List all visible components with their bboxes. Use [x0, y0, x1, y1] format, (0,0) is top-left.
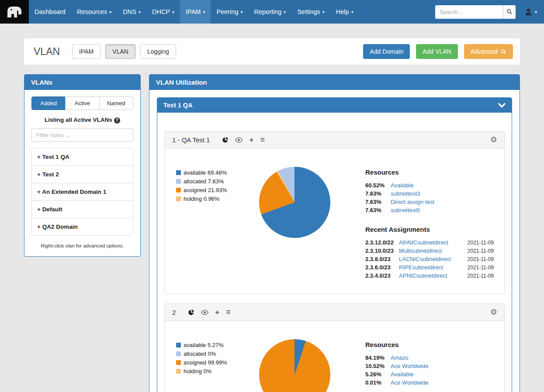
vlan-list-item[interactable]: + QA2 Domain — [32, 218, 133, 235]
nav-item-help[interactable]: Help▾ — [330, 0, 359, 24]
assignment-link[interactable]: Multisubnetdirect — [399, 247, 468, 255]
assignment-link[interactable]: RIPEsubnetdirect — [399, 263, 468, 272]
section-header: 1 - QA Test 1 + ≡ ⚙ — [165, 131, 504, 148]
gear-icon[interactable]: ⚙ — [490, 135, 497, 144]
advanced-button[interactable]: Advanced — [464, 44, 513, 59]
section-title: 1 - QA Test 1 — [172, 136, 210, 144]
resources-list: 84.19%Amazo 10.52%Ace Worldwide 5.26%Ava… — [365, 354, 429, 387]
section-title: 2 — [172, 309, 176, 316]
gear-icon[interactable]: ⚙ — [490, 307, 497, 317]
navbar-right: ▾ — [435, 0, 544, 24]
section-details: Resources 60.52%Available 7.63%subnettes… — [365, 167, 496, 280]
assignment-link[interactable]: LACNICsubnetdirect — [399, 255, 468, 263]
tab-named[interactable]: Named — [99, 96, 133, 110]
pie-chart-icon[interactable] — [188, 309, 194, 316]
vlan-list: + Test 1 QA + Test 2 + An Extended Domai… — [31, 148, 133, 236]
add-domain-label: Add Domain — [370, 48, 403, 55]
vlan-list-item[interactable]: + Test 1 QA — [32, 148, 133, 166]
tab-active[interactable]: Active — [65, 96, 99, 110]
vlan-list-item[interactable]: + An Extended Domain 1 — [32, 183, 133, 201]
assignment-link[interactable]: AfriNICsubnetdirect — [399, 238, 468, 247]
menu-icon[interactable]: ≡ — [226, 308, 231, 316]
tab-logging[interactable]: Logging — [140, 44, 176, 59]
nav-item-peering[interactable]: Peering▾ — [211, 0, 248, 24]
caret-down-icon: ▾ — [284, 10, 286, 14]
nav-label: DNS — [123, 8, 136, 15]
domain-panel-title: Test 1 QA — [163, 102, 193, 109]
plus-icon[interactable]: + — [215, 309, 219, 316]
user-menu[interactable]: ▾ — [524, 8, 537, 16]
resource-link[interactable]: subnettest3 — [391, 189, 434, 198]
utilization-pie-chart[interactable] — [259, 339, 330, 392]
content-area: VLANs Added Active Named Listing all Act… — [24, 74, 520, 392]
section-details: Resources 84.19%Amazo 10.52%Ace Worldwid… — [365, 339, 496, 392]
filter-vlans-input[interactable] — [31, 128, 133, 142]
legend-swatch — [176, 360, 181, 365]
search-input[interactable] — [435, 5, 503, 19]
nav-label: Resources — [77, 8, 107, 15]
resource-link[interactable]: Ace Worldwide — [391, 362, 428, 370]
pie-legend: available 5.27% allocated 0% assigned 99… — [172, 342, 247, 392]
nav-label: DHCP — [152, 8, 170, 15]
resource-link[interactable]: Available — [391, 181, 434, 189]
tab-vlan[interactable]: VLAN — [105, 44, 135, 59]
resource-row: 84.19%Amazo — [365, 354, 429, 362]
caret-down-icon: ▾ — [240, 10, 243, 14]
eye-icon[interactable] — [201, 309, 208, 315]
nav-item-dns[interactable]: DNS▾ — [117, 0, 146, 24]
assignment-link[interactable]: APNICsubnetdirect — [399, 272, 468, 280]
nav-label: Dashboard — [35, 8, 66, 15]
legend-row: holding 0.96% — [176, 196, 247, 202]
eye-icon[interactable] — [235, 137, 243, 143]
vlan-list-item[interactable]: + Test 2 — [32, 166, 133, 183]
vlan-list-item[interactable]: + Default — [32, 201, 133, 218]
resource-link[interactable]: Available — [391, 370, 428, 378]
vlan-utilization-title: VLAN Utilization — [156, 79, 207, 86]
tab-added[interactable]: Added — [31, 96, 66, 110]
listing-label: Listing all Active VLANs? — [31, 117, 133, 124]
add-domain-button[interactable]: Add Domain — [363, 44, 410, 59]
search-button[interactable] — [503, 5, 516, 19]
domain-panel: Test 1 QA 1 - QA Test 1 — [157, 97, 512, 392]
nav-item-ipam[interactable]: IPAM▾ — [180, 0, 211, 24]
chevron-down-icon[interactable] — [498, 103, 506, 108]
assignment-date: 2021-11-09 — [468, 272, 494, 280]
resource-link[interactable]: Direct assign test — [391, 198, 434, 206]
nav-item-settings[interactable]: Settings▾ — [291, 0, 330, 24]
resource-link[interactable]: Amazo — [391, 354, 428, 362]
menu-icon[interactable]: ≡ — [260, 136, 265, 144]
nav-label: Settings — [297, 8, 320, 15]
nav-item-reporting[interactable]: Reporting▾ — [248, 0, 291, 24]
utilization-pie-chart[interactable] — [259, 167, 330, 238]
resource-link[interactable]: Ace Worldwide — [391, 378, 428, 387]
assignment-row: 2.3.8.0/23LACNICsubnetdirect2021-11-09 — [365, 255, 494, 263]
pie-legend: available 69.48% allocated 7.63% assigne… — [172, 169, 247, 280]
assignment-cidr: 2.3.6.0/23 — [365, 263, 399, 272]
caret-down-icon: ▾ — [203, 10, 205, 14]
resource-link[interactable]: subnettest5 — [391, 206, 434, 214]
assignment-row: 2.3.10.0/23Multisubnetdirect2021-11-09 — [365, 247, 494, 255]
elephant-logo-icon — [6, 4, 23, 19]
nav-item-dhcp[interactable]: DHCP▾ — [146, 0, 180, 24]
vlan-section-1: 1 - QA Test 1 + ≡ ⚙ — [164, 131, 505, 294]
assignment-row: 2.3.12.0/22AfriNICsubnetdirect2021-11-09 — [365, 238, 494, 247]
help-icon[interactable]: ? — [114, 117, 120, 124]
resource-pct: 84.19% — [365, 354, 391, 362]
legend-label: assigned 99.99% — [184, 359, 227, 366]
advanced-label: Advanced — [471, 48, 498, 55]
assignment-date: 2021-11-09 — [468, 247, 494, 255]
resource-row: 60.52%Available — [365, 181, 434, 189]
tab-ipam[interactable]: IPAM — [72, 44, 100, 59]
nav-label: IPAM — [186, 8, 201, 15]
domain-panel-heading[interactable]: Test 1 QA — [157, 98, 512, 113]
pie-chart-icon[interactable] — [222, 137, 229, 143]
add-vlan-button[interactable]: Add VLAN — [416, 44, 457, 59]
legend-label: available 69.48% — [184, 169, 227, 176]
legend-label: assigned 21.93% — [184, 187, 227, 193]
legend-swatch — [176, 188, 181, 193]
plus-icon[interactable]: + — [249, 136, 253, 144]
nav-item-resources[interactable]: Resources▾ — [71, 0, 117, 24]
nav-item-dashboard[interactable]: Dashboard — [29, 0, 71, 24]
nav-label: Peering — [216, 8, 238, 15]
app-logo[interactable] — [0, 0, 29, 24]
